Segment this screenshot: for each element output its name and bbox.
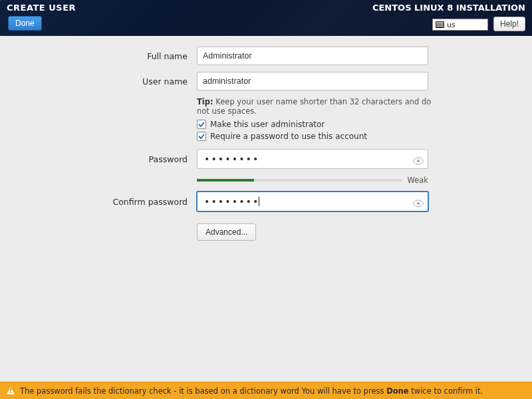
user-name-label: User name	[0, 76, 197, 86]
keyboard-layout-label: us	[447, 21, 456, 29]
advanced-button[interactable]: Advanced...	[197, 223, 256, 241]
svg-point-0	[417, 160, 420, 162]
show-password-icon[interactable]	[412, 155, 424, 163]
check-icon	[198, 121, 205, 128]
warning-bar: The password fails the dictionary check …	[0, 382, 532, 399]
require-password-label: Require a password to use this account	[210, 132, 367, 141]
show-confirm-password-icon[interactable]	[412, 198, 424, 205]
full-name-input[interactable]	[197, 47, 428, 65]
user-name-input[interactable]	[197, 72, 428, 90]
keyboard-icon	[436, 21, 444, 28]
confirm-password-input[interactable]: ••••••••	[197, 192, 428, 211]
make-admin-label: Make this user administrator	[210, 120, 325, 129]
password-strength-fill	[197, 179, 254, 182]
make-admin-checkbox[interactable]	[197, 120, 206, 129]
full-name-label: Full name	[0, 51, 197, 61]
warning-icon	[7, 387, 15, 394]
installer-title: CENTOS LINUX 8 INSTALLATION	[372, 3, 525, 13]
password-label: Password	[0, 154, 197, 164]
password-strength-bar	[197, 179, 402, 182]
check-icon	[198, 133, 205, 140]
require-password-checkbox[interactable]	[197, 132, 206, 141]
password-strength-label: Weak	[408, 176, 428, 185]
confirm-password-value: ••••••••	[204, 196, 259, 207]
confirm-password-label: Confirm password	[0, 197, 197, 207]
svg-point-1	[417, 202, 420, 205]
tip-text: Keep your user name shorter than 32 char…	[197, 97, 431, 116]
help-button[interactable]: Help!	[493, 17, 525, 31]
header-bar: CREATE USER CENTOS LINUX 8 INSTALLATION …	[0, 0, 532, 36]
tip-prefix: Tip:	[197, 97, 213, 106]
create-user-form: Full name User name Tip: Keep your user …	[0, 47, 532, 241]
done-button[interactable]: Done	[8, 16, 42, 31]
warning-text: The password fails the dictionary check …	[20, 386, 483, 396]
page-title: CREATE USER	[7, 3, 76, 13]
keyboard-layout-indicator[interactable]: us	[432, 19, 488, 31]
text-cursor	[259, 197, 259, 206]
password-input[interactable]	[197, 149, 428, 169]
username-tip: Tip: Keep your user name shorter than 32…	[197, 97, 436, 116]
